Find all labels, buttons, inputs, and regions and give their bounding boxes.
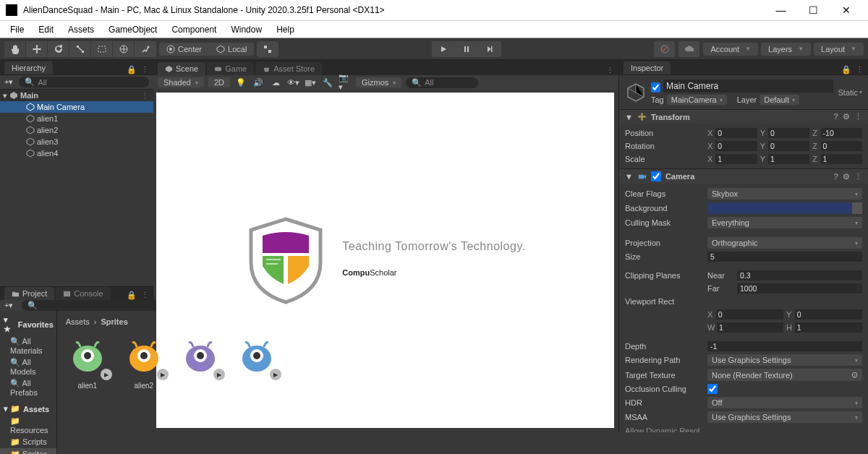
scale-z[interactable]	[821, 154, 862, 164]
position-z[interactable]	[821, 128, 862, 138]
tree-item[interactable]: 🔍 All Prefabs	[0, 377, 56, 398]
rotate-tool[interactable]	[48, 41, 69, 57]
menu-edit[interactable]: Edit	[31, 22, 61, 38]
object-name-field[interactable]	[663, 80, 833, 93]
position-x[interactable]	[715, 128, 757, 138]
menu-icon[interactable]: ⋮	[141, 65, 149, 74]
tab-hierarchy[interactable]: Hierarchy	[4, 61, 53, 74]
menu-icon[interactable]: ⋮	[854, 112, 862, 121]
move-tool[interactable]	[26, 41, 48, 57]
menu-icon[interactable]: ⋮	[856, 65, 864, 74]
play-controls	[432, 41, 501, 57]
tools-icon[interactable]: 🔧	[321, 77, 334, 88]
create-dropdown[interactable]: +▾	[4, 77, 13, 87]
menu-component[interactable]: Component	[164, 22, 224, 38]
tab-assetstore[interactable]: Asset Store	[255, 62, 322, 75]
pivot-local[interactable]: Local	[209, 43, 254, 56]
hidden-icon[interactable]: 👁▾	[286, 77, 299, 88]
minimize-button[interactable]: —	[765, 0, 797, 20]
tag-dropdown[interactable]: MainCamera▾	[667, 95, 727, 105]
rotation-z[interactable]	[821, 141, 862, 151]
transform-header[interactable]: ▼ Transform?⚙⋮	[619, 110, 868, 124]
hierarchy-search[interactable]: 🔍All	[19, 77, 149, 87]
rotation-y[interactable]	[768, 141, 809, 151]
audio-icon[interactable]: 🔊	[252, 77, 265, 88]
pivot-center[interactable]: Center	[159, 43, 209, 56]
cloud-icon[interactable]	[678, 41, 700, 57]
help-icon[interactable]: ?	[833, 172, 838, 181]
light-icon[interactable]: 💡	[234, 77, 247, 88]
camera-icon[interactable]: 📷▾	[339, 77, 352, 88]
scale-x[interactable]	[715, 154, 757, 164]
menu-icon[interactable]: ⋮	[606, 66, 614, 75]
background-color[interactable]	[707, 202, 862, 214]
tab-console[interactable]: Console	[56, 287, 110, 300]
tree-item[interactable]: 📁 Scripts	[0, 436, 56, 448]
account-dropdown[interactable]: Account▼	[703, 43, 758, 56]
fx-icon[interactable]: ☁	[269, 77, 282, 88]
menu-icon[interactable]: ⋮	[141, 291, 149, 300]
pause-button[interactable]	[455, 41, 478, 57]
position-y[interactable]	[768, 128, 809, 138]
menu-help[interactable]: Help	[269, 22, 302, 38]
lock-icon[interactable]: 🔒	[127, 65, 137, 74]
camera-header[interactable]: ▼ Camera?⚙⋮	[619, 169, 868, 184]
tab-scene[interactable]: Scene	[158, 62, 205, 75]
grid-icon[interactable]: ▦▾	[304, 77, 317, 88]
tree-item[interactable]: 📁 Resources	[0, 415, 56, 436]
camera-enabled[interactable]	[651, 171, 661, 181]
scale-tool[interactable]	[69, 41, 91, 57]
tree-item[interactable]: 📁 Sprites	[0, 448, 56, 454]
asset-item[interactable]: ▶alien1	[64, 333, 111, 390]
scene-canvas[interactable]: Teaching Tomorrow's Technology. CompuSch…	[156, 93, 614, 428]
camera-component: ▼ Camera?⚙⋮ Clear FlagsSkybox▾Background…	[619, 169, 868, 432]
tab-project[interactable]: Project	[4, 287, 54, 300]
tab-game[interactable]: Game	[207, 62, 254, 75]
create-dropdown[interactable]: +▾	[4, 301, 13, 310]
tree-assets[interactable]: ▾ 📁 Assets	[0, 403, 56, 415]
hierarchy-item[interactable]: Main Camera	[0, 101, 153, 113]
titlebar: AlienDanceSquad - Main - PC, Mac & Linux…	[0, 0, 868, 21]
menu-gameobject[interactable]: GameObject	[101, 22, 164, 38]
rect-tool[interactable]	[91, 41, 113, 57]
preset-icon[interactable]: ⚙	[843, 172, 850, 181]
tree-favorites[interactable]: ▾ ★ Favorites	[0, 314, 56, 335]
enabled-checkbox[interactable]	[651, 82, 660, 93]
play-button[interactable]	[432, 41, 455, 57]
step-button[interactable]	[478, 41, 501, 57]
lock-icon[interactable]: 🔒	[841, 65, 851, 74]
gizmos-dropdown[interactable]: Gizmos ▾	[356, 77, 401, 87]
shading-dropdown[interactable]: Shaded ▾	[158, 77, 204, 87]
hierarchy-item[interactable]: alien2	[0, 124, 153, 136]
tree-item[interactable]: 🔍 All Materials	[0, 335, 56, 356]
hand-tool[interactable]	[4, 41, 26, 57]
scale-y[interactable]	[768, 154, 809, 164]
snap-toggle[interactable]	[257, 41, 278, 57]
collab-icon[interactable]	[654, 41, 676, 57]
menu-icon[interactable]: ⋮	[854, 172, 862, 181]
layers-dropdown[interactable]: Layers▼	[761, 43, 811, 56]
lock-icon[interactable]: 🔒	[127, 291, 137, 300]
tree-item[interactable]: 🔍 All Models	[0, 356, 56, 377]
preset-icon[interactable]: ⚙	[843, 112, 850, 121]
menu-window[interactable]: Window	[224, 22, 269, 38]
custom-tool[interactable]	[135, 41, 156, 57]
tab-inspector[interactable]: Inspector	[624, 61, 671, 74]
static-dropdown[interactable]: Static▾	[838, 88, 862, 97]
layout-dropdown[interactable]: Layout▼	[814, 43, 864, 56]
layer-dropdown[interactable]: Default▾	[760, 95, 799, 105]
scene-search[interactable]: 🔍All	[406, 77, 478, 88]
hierarchy-item[interactable]: alien4	[0, 147, 153, 159]
maximize-button[interactable]: ☐	[797, 0, 830, 20]
rotation-x[interactable]	[715, 141, 757, 151]
hierarchy-item[interactable]: alien3	[0, 136, 153, 147]
menu-file[interactable]: File	[3, 22, 31, 38]
hierarchy-item[interactable]: alien1	[0, 113, 153, 124]
2d-toggle[interactable]: 2D	[208, 77, 230, 87]
close-button[interactable]: ✕	[830, 0, 862, 20]
transform-tool[interactable]	[113, 41, 135, 57]
prop-projection: ProjectionOrthographic▾	[625, 236, 862, 250]
scene-row[interactable]: ▾ Main ⋮	[0, 90, 153, 101]
menu-assets[interactable]: Assets	[61, 22, 101, 38]
help-icon[interactable]: ?	[833, 112, 838, 121]
